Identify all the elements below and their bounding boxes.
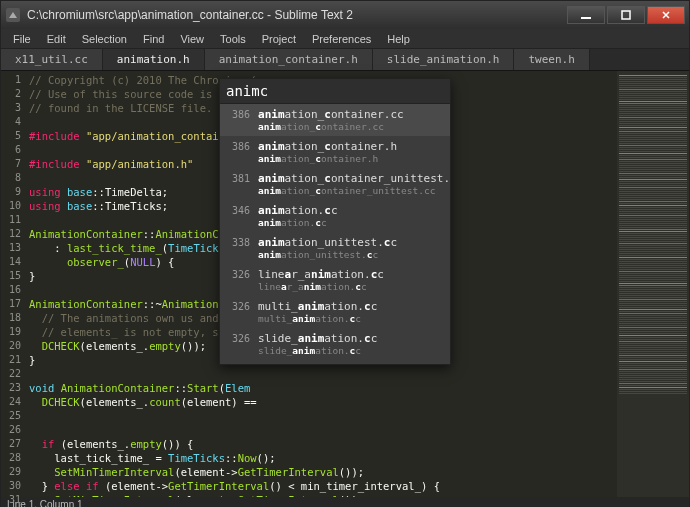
result-name: animation_unittest.cc [258, 236, 397, 249]
menu-item-project[interactable]: Project [254, 31, 304, 47]
result-score: 338 [228, 236, 250, 248]
result-path: animation_container_unittest.cc [258, 185, 450, 196]
result-score: 386 [228, 140, 250, 152]
minimize-button[interactable] [567, 6, 605, 24]
goto-result[interactable]: 381animation_container_unittest.ccanimat… [220, 168, 450, 200]
result-path: multi_animation.cc [258, 313, 377, 324]
goto-result[interactable]: 338animation_unittest.ccanimation_unitte… [220, 232, 450, 264]
result-score: 381 [228, 172, 250, 184]
goto-search-box [220, 79, 450, 104]
menu-item-preferences[interactable]: Preferences [304, 31, 379, 47]
result-path: slide_animation.cc [258, 345, 377, 356]
result-name: animation_container_unittest.cc [258, 172, 450, 185]
menu-item-edit[interactable]: Edit [39, 31, 74, 47]
goto-result[interactable]: 326linear_animation.cclinear_animation.c… [220, 264, 450, 296]
line-number-gutter: 1234567891011121314151617181920212223242… [1, 71, 25, 497]
editor-area: 1234567891011121314151617181920212223242… [1, 71, 689, 497]
svg-rect-1 [581, 17, 591, 19]
result-score: 326 [228, 300, 250, 312]
menu-item-find[interactable]: Find [135, 31, 172, 47]
goto-result[interactable]: 326throb_animation.ccthrob_animation.cc [220, 360, 450, 364]
result-score: 386 [228, 108, 250, 120]
tab[interactable]: animation_container.h [205, 49, 373, 70]
menu-item-file[interactable]: File [5, 31, 39, 47]
goto-result[interactable]: 386animation_container.ccanimation_conta… [220, 104, 450, 136]
menu-item-help[interactable]: Help [379, 31, 418, 47]
goto-anything-overlay: 386animation_container.ccanimation_conta… [219, 78, 451, 365]
result-score: 346 [228, 204, 250, 216]
tabbar: x11_util.ccanimation.hanimation_containe… [1, 49, 689, 71]
tab[interactable]: slide_animation.h [373, 49, 515, 70]
result-path: animation_container.h [258, 153, 397, 164]
result-score: 326 [228, 332, 250, 344]
window-title: C:\chromium\src\app\animation_container.… [27, 8, 565, 22]
result-path: animation_unittest.cc [258, 249, 397, 260]
result-name: animation_container.h [258, 140, 397, 153]
result-name: linear_animation.cc [258, 268, 384, 281]
result-name: slide_animation.cc [258, 332, 377, 345]
tab[interactable]: animation.h [103, 49, 205, 70]
close-button[interactable] [647, 6, 685, 24]
app-window: C:\chromium\src\app\animation_container.… [0, 0, 690, 507]
result-path: animation_container.cc [258, 121, 404, 132]
statusbar: Line 1, Column 1 [1, 497, 689, 507]
menubar: FileEditSelectionFindViewToolsProjectPre… [1, 29, 689, 49]
result-score: 326 [228, 268, 250, 280]
tab[interactable]: x11_util.cc [1, 49, 103, 70]
goto-result[interactable]: 386animation_container.hanimation_contai… [220, 136, 450, 168]
menu-item-selection[interactable]: Selection [74, 31, 135, 47]
maximize-button[interactable] [607, 6, 645, 24]
result-name: multi_animation.cc [258, 300, 377, 313]
result-name: animation.cc [258, 204, 338, 217]
svg-rect-2 [622, 11, 630, 19]
goto-search-input[interactable] [226, 83, 444, 99]
app-icon [5, 7, 21, 23]
tab[interactable]: tween.h [514, 49, 589, 70]
menu-item-tools[interactable]: Tools [212, 31, 254, 47]
result-name: animation_container.cc [258, 108, 404, 121]
result-path: animation.cc [258, 217, 338, 228]
titlebar[interactable]: C:\chromium\src\app\animation_container.… [1, 1, 689, 29]
menu-item-view[interactable]: View [172, 31, 212, 47]
minimap[interactable] [617, 71, 689, 497]
goto-result[interactable]: 326multi_animation.ccmulti_animation.cc [220, 296, 450, 328]
goto-result[interactable]: 326slide_animation.ccslide_animation.cc [220, 328, 450, 360]
goto-result[interactable]: 346animation.ccanimation.cc [220, 200, 450, 232]
goto-results: 386animation_container.ccanimation_conta… [220, 104, 450, 364]
result-path: linear_animation.cc [258, 281, 384, 292]
